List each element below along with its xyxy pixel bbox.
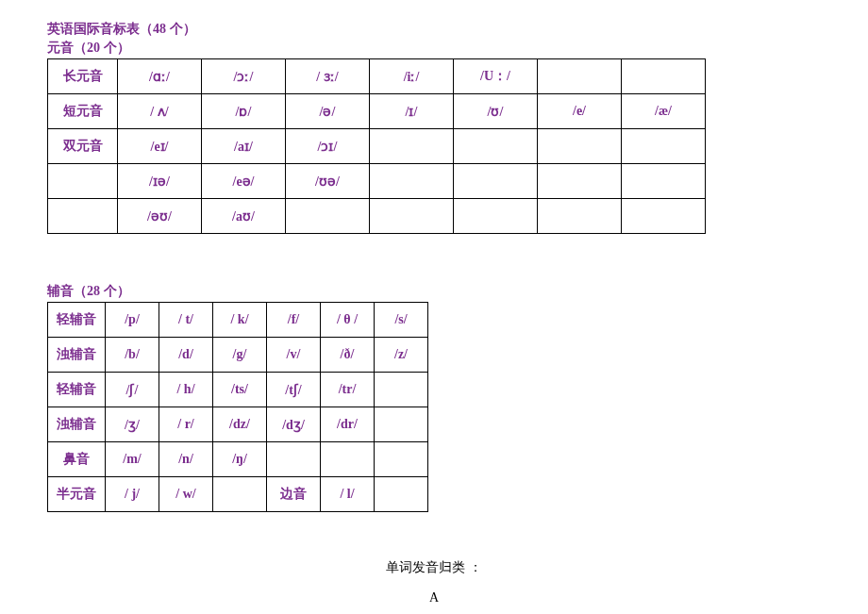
cell: / r/ [159,407,213,442]
vowel-table: 长元音 /ɑː/ /ɔː/ / ɜː/ /iː/ /U：/ 短元音 / ʌ/ /… [47,58,706,234]
table-row: /ɪə/ /eə/ /ʊə/ [48,164,706,199]
cell [286,199,370,234]
footer-line-2: A [47,590,821,606]
cell: /dʒ/ [267,407,321,442]
cell [454,129,538,164]
cell [622,164,706,199]
footer-section: 单词发音归类 ： A [47,559,821,606]
table-row: 半元音 / j/ / w/ 边音 / l/ [48,477,428,512]
cell: /d/ [159,338,213,373]
vowels-subtitle: 元音（20 个） [47,40,821,57]
table-row: 短元音 / ʌ/ /ɒ/ /ə/ /ɪ/ /ʊ/ /e/ /æ/ [48,94,706,129]
cell: /ʃ/ [106,373,159,407]
cell [321,442,375,477]
cell: /iː/ [370,59,454,94]
cell: / j/ [106,477,159,512]
cell [375,373,428,407]
cell: /ŋ/ [213,442,267,477]
table-row: 浊辅音 /ʒ/ / r/ /dz/ /dʒ/ /dr/ [48,407,428,442]
cell [454,199,538,234]
cell: /tʃ/ [267,373,321,407]
table-row: 鼻音 /m/ /n/ /ŋ/ [48,442,428,477]
row-label: 浊辅音 [48,338,106,373]
cell: /f/ [267,303,321,338]
cell [538,199,622,234]
cell: /eɪ/ [118,129,202,164]
cell: /n/ [159,442,213,477]
cell [375,407,428,442]
cell: /ɪə/ [118,164,202,199]
cell [622,199,706,234]
row-label: 轻辅音 [48,373,106,407]
cell: /aʊ/ [202,199,286,234]
cell: /ɔː/ [202,59,286,94]
cell: /ts/ [213,373,267,407]
row-label [48,164,118,199]
cell: / k/ [213,303,267,338]
cell [370,164,454,199]
consonant-table: 轻辅音 /p/ / t/ / k/ /f/ / θ / /s/ 浊辅音 /b/ … [47,302,428,512]
table-row: 双元音 /eɪ/ /aɪ/ /ɔɪ/ [48,129,706,164]
row-label: 短元音 [48,94,118,129]
cell: /ɪ/ [370,94,454,129]
cell: /g/ [213,338,267,373]
cell [213,477,267,512]
cell: /ɒ/ [202,94,286,129]
cell: / θ / [321,303,375,338]
cell [267,442,321,477]
cell: /əʊ/ [118,199,202,234]
table-row: 轻辅音 /ʃ/ / h/ /ts/ /tʃ/ /tr/ [48,373,428,407]
cell [375,442,428,477]
cell: /v/ [267,338,321,373]
main-title: 英语国际音标表（48 个） [47,21,821,38]
cell: / t/ [159,303,213,338]
consonants-subtitle: 辅音（28 个） [47,283,821,300]
cell [538,59,622,94]
cell: /ʊə/ [286,164,370,199]
cell: /ʒ/ [106,407,159,442]
cell [538,164,622,199]
table-row: 长元音 /ɑː/ /ɔː/ / ɜː/ /iː/ /U：/ [48,59,706,94]
cell: /e/ [538,94,622,129]
cell: /s/ [375,303,428,338]
cell: /ɑː/ [118,59,202,94]
cell: /p/ [106,303,159,338]
cell [370,199,454,234]
cell: /aɪ/ [202,129,286,164]
row-label [48,199,118,234]
cell [370,129,454,164]
cell: /tr/ [321,373,375,407]
table-row: /əʊ/ /aʊ/ [48,199,706,234]
cell: /ʊ/ [454,94,538,129]
table-row: 轻辅音 /p/ / t/ / k/ /f/ / θ / /s/ [48,303,428,338]
cell: /U：/ [454,59,538,94]
cell: / ʌ/ [118,94,202,129]
cell: /m/ [106,442,159,477]
cell: /æ/ [622,94,706,129]
row-label: 鼻音 [48,442,106,477]
cell [375,477,428,512]
cell: /b/ [106,338,159,373]
cell: /ð/ [321,338,375,373]
table-row: 浊辅音 /b/ /d/ /g/ /v/ /ð/ /z/ [48,338,428,373]
cell: /dr/ [321,407,375,442]
row-label: 双元音 [48,129,118,164]
cell [622,129,706,164]
row-label: 长元音 [48,59,118,94]
cell: / l/ [321,477,375,512]
cell: / ɜː/ [286,59,370,94]
cell [622,59,706,94]
row-label: 半元音 [48,477,106,512]
cell: /dz/ [213,407,267,442]
cell: / w/ [159,477,213,512]
footer-line-1: 单词发音归类 ： [47,559,821,576]
cell: /ə/ [286,94,370,129]
row-label: 轻辅音 [48,303,106,338]
cell: /z/ [375,338,428,373]
cell: / h/ [159,373,213,407]
cell [538,129,622,164]
cell: /ɔɪ/ [286,129,370,164]
cell [454,164,538,199]
cell: /eə/ [202,164,286,199]
row-label: 浊辅音 [48,407,106,442]
